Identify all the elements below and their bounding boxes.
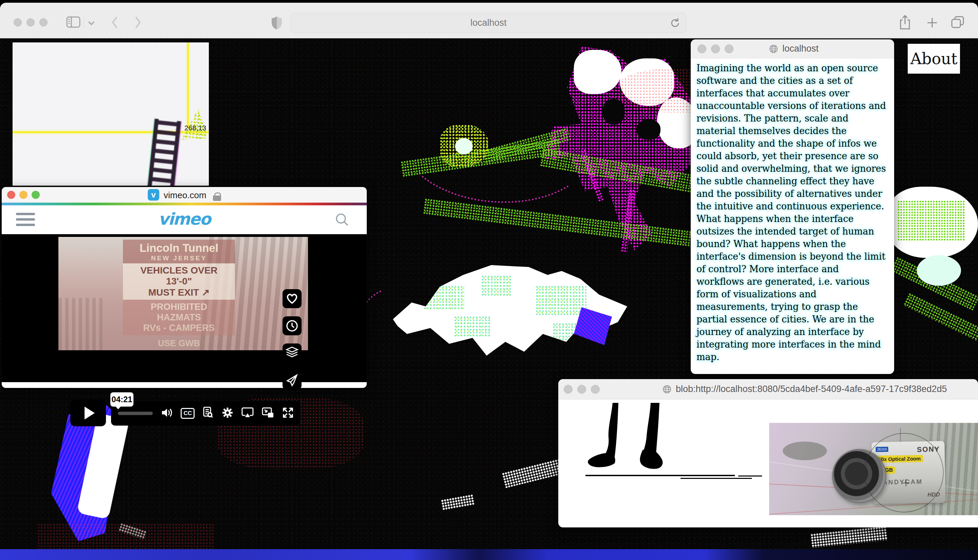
add-to-collections-button[interactable] xyxy=(282,343,302,362)
address-bar-url: localhost xyxy=(470,18,507,28)
coordinate-readout: 268,13 xyxy=(184,124,206,132)
play-icon xyxy=(85,407,95,420)
sign-line: NEW JERSEY xyxy=(123,255,235,262)
essay-window[interactable]: localhost Imagining the world as an open… xyxy=(691,39,894,374)
glitch-dark-hole xyxy=(637,120,661,140)
coordinate-panel[interactable]: 268,13 xyxy=(13,42,209,186)
window-close-button[interactable] xyxy=(698,45,706,53)
progress-bar[interactable] xyxy=(118,412,153,415)
road-sign: Lincoln Tunnel NEW JERSEY VEHICLES OVER … xyxy=(123,240,235,350)
walking-legs-silhouette xyxy=(579,403,776,495)
new-tab-icon[interactable] xyxy=(926,17,938,28)
privacy-shield-icon[interactable] xyxy=(271,16,282,30)
sign-line: Lincoln Tunnel xyxy=(123,242,235,255)
buildings-overlay xyxy=(58,298,103,350)
vimeo-window-titlebar[interactable]: v vimeo.com xyxy=(2,187,367,203)
vimeo-header: vimeo xyxy=(2,205,367,234)
tree-silhouette xyxy=(783,442,827,460)
picture-in-picture-button[interactable] xyxy=(262,407,274,420)
window-zoom-button[interactable] xyxy=(39,18,48,27)
window-close-button[interactable] xyxy=(7,191,15,199)
forward-button[interactable] xyxy=(134,16,142,29)
airplay-button[interactable] xyxy=(242,407,254,420)
vimeo-favicon: v xyxy=(148,189,159,201)
tab-overview-icon[interactable] xyxy=(951,16,965,28)
window-zoom-button[interactable] xyxy=(725,45,733,53)
vimeo-logo[interactable]: vimeo xyxy=(2,209,367,228)
transcript-button[interactable] xyxy=(203,407,214,420)
essay-window-titlebar[interactable]: localhost xyxy=(691,39,894,58)
window-title: vimeo.com xyxy=(164,190,207,201)
window-minimize-button[interactable] xyxy=(577,385,586,394)
volume-button[interactable] xyxy=(161,407,172,420)
layers-icon xyxy=(285,347,299,359)
share-icon[interactable] xyxy=(898,14,911,30)
window-close-button[interactable] xyxy=(13,18,22,27)
glitch-cloud-patch xyxy=(536,285,586,316)
essay-body: Imagining the world as an open source so… xyxy=(691,58,894,374)
window-minimize-button[interactable] xyxy=(27,18,35,27)
player-controls-bar: CC xyxy=(111,401,300,426)
window-title: blob:http://localhost:8080/5cda4bef-5409… xyxy=(676,384,947,394)
screen: localhost xyxy=(0,0,978,560)
camcorder: SONY ZEISS 60x Optical Zoom 60GB HANDYCA… xyxy=(830,437,949,511)
glitch-cloud-patch xyxy=(481,275,512,296)
glitch-bottom-band xyxy=(0,549,978,560)
vimeo-window-footer xyxy=(2,382,367,388)
back-button[interactable] xyxy=(111,16,119,29)
lock-icon-body xyxy=(213,195,221,201)
address-bar[interactable]: localhost xyxy=(290,13,687,33)
sign-line: VEHICLES OVER xyxy=(123,265,235,276)
share-video-button[interactable] xyxy=(282,371,302,390)
camcorder-image: SONY ZEISS 60x Optical Zoom 60GB HANDYCA… xyxy=(769,423,978,515)
crosshair-vertical-line xyxy=(187,42,189,128)
window-minimize-button[interactable] xyxy=(711,45,720,53)
fullscreen-button[interactable] xyxy=(282,407,294,420)
play-button[interactable] xyxy=(70,400,106,426)
like-button[interactable] xyxy=(282,289,302,308)
about-link[interactable]: About xyxy=(908,44,960,73)
page-canvas: 268,13 v vimeo.com vimeo xyxy=(0,38,978,560)
window-zoom-button[interactable] xyxy=(591,385,600,394)
paper-plane-icon xyxy=(285,374,299,387)
sign-line: USE GWB xyxy=(123,335,235,348)
time-tooltip-pointer xyxy=(115,406,121,409)
video-thumbnail: Lincoln Tunnel NEW JERSEY VEHICLES OVER … xyxy=(58,237,308,350)
sign-line: RVs - CAMPERS xyxy=(123,323,235,333)
clock-icon xyxy=(285,319,299,332)
heart-icon xyxy=(285,292,299,305)
window-close-button[interactable] xyxy=(564,385,572,394)
blob-window[interactable]: blob:http://localhost:8080/5cda4bef-5409… xyxy=(558,379,978,527)
sign-arrow: ↗ xyxy=(202,287,210,298)
window-minimize-button[interactable] xyxy=(19,191,27,199)
sign-line: 13'-0" xyxy=(123,276,235,287)
chevron-down-icon[interactable] xyxy=(88,20,95,26)
toolbar-divider xyxy=(84,16,84,28)
window-zoom-button[interactable] xyxy=(32,191,40,199)
globe-icon xyxy=(769,44,778,53)
sign-line: PROHIBITED xyxy=(123,302,235,312)
essay-text: Imagining the world as an open source so… xyxy=(696,62,888,363)
sign-line: HAZMATS xyxy=(123,312,235,323)
sign-line: MUST EXIT ↗ xyxy=(123,287,235,298)
blob-window-titlebar[interactable]: blob:http://localhost:8080/5cda4bef-5409… xyxy=(558,379,978,400)
sidebar-toggle-icon[interactable] xyxy=(66,16,80,28)
reload-icon[interactable] xyxy=(669,17,681,30)
glitch-dark-hole xyxy=(603,99,625,125)
closed-captions-button[interactable]: CC xyxy=(181,408,195,419)
glitch-ladder xyxy=(148,118,181,186)
time-tooltip: 04:21 xyxy=(110,392,134,407)
browser-toolbar: localhost xyxy=(0,3,978,38)
glitch-cloud-patch xyxy=(454,316,491,336)
glitch-cyan-blob xyxy=(917,255,961,286)
about-label: About xyxy=(910,50,957,68)
globe-icon xyxy=(662,385,672,394)
window-title: localhost xyxy=(783,43,819,54)
video-player[interactable]: Lincoln Tunnel NEW JERSEY VEHICLES OVER … xyxy=(2,234,367,382)
settings-gear-button[interactable] xyxy=(222,407,233,420)
search-icon[interactable] xyxy=(334,212,349,228)
watch-later-button[interactable] xyxy=(282,316,302,335)
vimeo-window[interactable]: v vimeo.com vimeo xyxy=(2,187,367,388)
rainbow-progress-bar xyxy=(2,203,367,205)
blob-window-body: SONY ZEISS 60x Optical Zoom 60GB HANDYCA… xyxy=(558,400,978,527)
